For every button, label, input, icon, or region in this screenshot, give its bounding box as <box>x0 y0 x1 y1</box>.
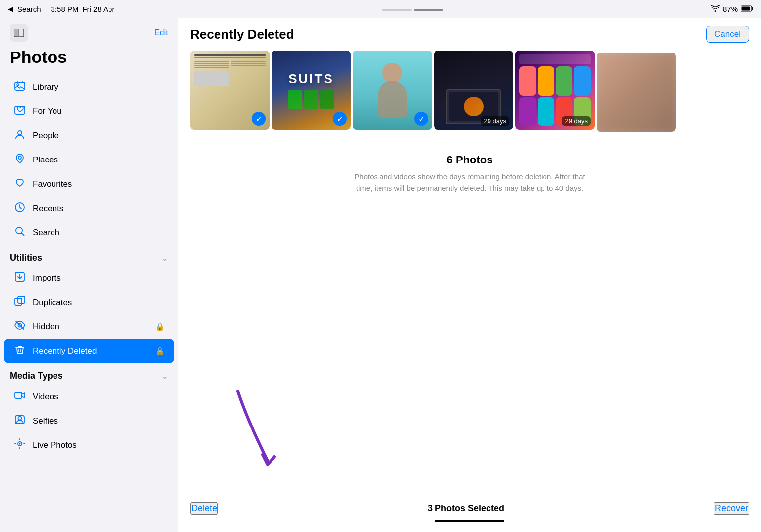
hidden-icon <box>14 320 26 333</box>
sidebar-item-recently-deleted[interactable]: Recently Deleted 🔓 <box>4 339 174 363</box>
svg-point-24 <box>19 443 21 445</box>
selected-checkmark: ✓ <box>414 112 428 126</box>
selected-count-label: 3 Photos Selected <box>428 503 504 514</box>
content-title: Recently Deleted <box>190 27 294 42</box>
sidebar-item-label: Videos <box>33 392 164 402</box>
recents-icon <box>14 202 26 215</box>
info-description: Photos and videos show the days remainin… <box>346 171 594 194</box>
sidebar-header: Edit <box>0 18 178 46</box>
sidebar-item-hidden[interactable]: Hidden 🔒 <box>4 315 174 339</box>
svg-rect-20 <box>15 392 22 398</box>
days-remaining-label: 29 days <box>562 116 591 126</box>
utilities-chevron[interactable]: ⌄ <box>162 254 168 263</box>
home-indicator <box>435 520 504 522</box>
main-content: Recently Deleted Cancel <box>178 18 761 532</box>
media-types-chevron[interactable]: ⌄ <box>162 372 168 381</box>
battery-icon <box>741 5 753 13</box>
annotation-arrow <box>208 381 307 482</box>
sidebar-item-imports[interactable]: Imports <box>4 266 174 290</box>
sidebar-item-label: Places <box>33 155 164 165</box>
content-header: Recently Deleted Cancel <box>178 18 761 49</box>
info-section: 6 Photos Photos and videos show the days… <box>178 134 761 204</box>
sidebar-item-people[interactable]: People <box>4 123 174 148</box>
sidebar-item-search[interactable]: Search <box>4 220 174 245</box>
sidebar-item-label: Recents <box>33 204 164 213</box>
sidebar-item-label: Selfies <box>33 416 164 426</box>
photo-item-laptop[interactable]: 29 days <box>434 51 513 130</box>
app-container: Edit Photos Library <box>0 18 761 532</box>
sidebar-item-live-photos[interactable]: Live Photos <box>4 433 174 457</box>
scroll-dot-1 <box>382 9 412 11</box>
sidebar-item-recents[interactable]: Recents <box>4 196 174 220</box>
sidebar: Edit Photos Library <box>0 18 178 532</box>
live-photos-icon <box>14 438 26 452</box>
sidebar-item-label: People <box>33 131 164 141</box>
media-types-title: Media Types <box>10 371 63 381</box>
photo-item-person[interactable]: ✓ <box>353 51 432 130</box>
duplicates-icon <box>14 296 26 309</box>
places-icon <box>14 153 26 166</box>
bottom-bar-content: Delete 3 Photos Selected Recover <box>190 502 749 515</box>
sidebar-item-label: Hidden <box>33 322 148 332</box>
utilities-section-header: Utilities ⌄ <box>0 245 178 266</box>
sidebar-item-for-you[interactable]: For You <box>4 99 174 123</box>
selected-checkmark: ✓ <box>333 112 347 126</box>
svg-rect-1 <box>752 7 753 10</box>
utilities-nav: Imports Duplicates <box>0 266 178 363</box>
sidebar-nav: Library For You <box>0 75 178 245</box>
recently-deleted-lock-badge: 🔓 <box>155 347 164 356</box>
status-bar: ◀ Search 3:58 PM Fri 28 Apr 87% <box>0 0 761 18</box>
app-title: Photos <box>0 46 178 75</box>
svg-rect-15 <box>18 296 25 303</box>
photos-count: 6 Photos <box>188 154 751 166</box>
media-types-nav: Videos Selfies <box>0 384 178 457</box>
delete-button[interactable]: Delete <box>190 502 218 515</box>
videos-icon <box>14 390 26 403</box>
bottom-bar: Delete 3 Photos Selected Recover <box>178 496 761 532</box>
sidebar-toggle-button[interactable] <box>10 24 28 42</box>
svg-point-7 <box>17 84 19 86</box>
imports-icon <box>14 271 26 285</box>
media-types-section-header: Media Types ⌄ <box>0 363 178 384</box>
library-icon <box>14 80 26 94</box>
status-time: 3:58 PM <box>51 5 79 13</box>
selfies-icon <box>14 414 26 427</box>
sidebar-item-places[interactable]: Places <box>4 148 174 172</box>
utilities-title: Utilities <box>10 253 42 263</box>
cancel-button[interactable]: Cancel <box>706 26 749 43</box>
search-icon <box>14 226 26 239</box>
selected-checkmark: ✓ <box>252 112 266 126</box>
back-arrow-icon[interactable]: ◀ <box>8 5 13 13</box>
sidebar-item-favourites[interactable]: Favourites <box>4 172 174 196</box>
photo-item-blurred[interactable] <box>597 53 676 132</box>
scroll-dot-2 <box>414 9 443 11</box>
svg-rect-6 <box>15 82 25 90</box>
photo-item-desktop[interactable]: 29 days <box>515 51 595 130</box>
edit-button[interactable]: Edit <box>154 28 168 38</box>
photo-item-newspaper[interactable]: ✓ <box>190 51 270 130</box>
sidebar-item-label: Library <box>33 82 164 92</box>
status-right: 87% <box>711 5 753 13</box>
sidebar-item-videos[interactable]: Videos <box>4 384 174 409</box>
sidebar-item-selfies[interactable]: Selfies <box>4 409 174 433</box>
sidebar-item-label: For You <box>33 106 164 116</box>
sidebar-item-label: Duplicates <box>33 298 164 308</box>
for-you-icon <box>14 105 26 118</box>
photo-item-suits[interactable]: SUITS ✓ <box>272 51 351 130</box>
svg-rect-3 <box>14 29 18 37</box>
svg-rect-2 <box>742 6 750 10</box>
back-label[interactable]: Search <box>17 5 41 13</box>
recover-button[interactable]: Recover <box>714 502 749 515</box>
svg-point-21 <box>18 417 22 420</box>
status-left: ◀ Search 3:58 PM Fri 28 Apr <box>8 5 114 13</box>
sidebar-item-library[interactable]: Library <box>4 75 174 99</box>
status-date: Fri 28 Apr <box>82 5 114 13</box>
people-icon <box>14 129 26 142</box>
svg-point-10 <box>18 156 21 159</box>
sidebar-item-label: Search <box>33 228 164 238</box>
sidebar-item-label: Recently Deleted <box>33 346 148 356</box>
recently-deleted-icon <box>14 344 26 358</box>
sidebar-item-duplicates[interactable]: Duplicates <box>4 290 174 315</box>
hidden-lock-badge: 🔒 <box>155 322 164 331</box>
favourites-icon <box>14 177 26 191</box>
